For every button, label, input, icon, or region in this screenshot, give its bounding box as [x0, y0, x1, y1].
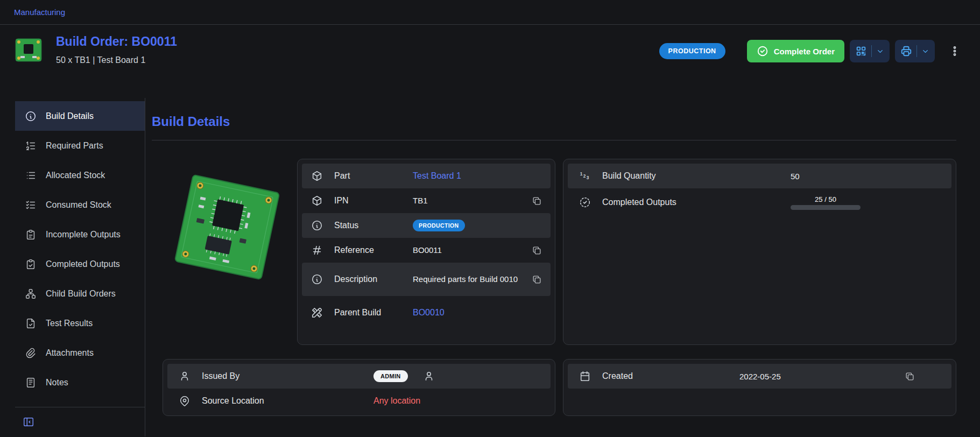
- print-actions-button[interactable]: [895, 40, 935, 62]
- svg-text:3: 3: [587, 175, 589, 180]
- tools-icon: [311, 306, 323, 319]
- sidebar-item-required-parts[interactable]: Required Parts: [15, 131, 145, 160]
- numbers-123-icon: 123: [579, 170, 591, 182]
- copy-button[interactable]: [903, 369, 917, 384]
- detail-label: Reference: [334, 245, 413, 256]
- sidebar-collapse-icon: [23, 416, 34, 428]
- source-location-row: Source Location Any location: [167, 389, 551, 413]
- info-circle-icon: [25, 110, 37, 122]
- sidebar-item-incomplete-outputs[interactable]: Incomplete Outputs: [15, 220, 145, 249]
- sidebar-collapse-button[interactable]: [22, 415, 36, 429]
- circle-check-icon: [757, 45, 769, 57]
- page-title: Build Order: BO0011: [56, 34, 177, 49]
- sidebar-item-label: Attachments: [46, 348, 94, 358]
- breadcrumb: Manufacturing: [0, 0, 980, 25]
- sidebar-item-attachments[interactable]: Attachments: [15, 338, 145, 368]
- package-icon: [311, 170, 323, 182]
- info-circle-icon: [311, 273, 323, 286]
- sidebar-item-build-details[interactable]: Build Details: [15, 101, 145, 131]
- sidebar-item-label: Allocated Stock: [46, 171, 105, 180]
- copy-button[interactable]: [530, 272, 544, 287]
- copy-button[interactable]: [530, 243, 544, 258]
- sidebar-footer: [15, 407, 145, 429]
- sidebar-item-label: Consumed Stock: [46, 200, 111, 210]
- copy-icon: [905, 371, 915, 382]
- sidebar-item-completed-outputs[interactable]: Completed Outputs: [15, 249, 145, 279]
- detail-label: Description: [334, 274, 413, 285]
- sidebar-item-label: Incomplete Outputs: [46, 230, 121, 239]
- notes-icon: [25, 377, 37, 389]
- detail-row-description: Description Required parts for Build 001…: [302, 263, 551, 296]
- complete-order-button[interactable]: Complete Order: [747, 40, 844, 62]
- build-details-card: Part Test Board 1 IPN TB1: [297, 159, 555, 345]
- part-image[interactable]: [163, 159, 297, 345]
- detail-label: Status: [334, 220, 413, 231]
- completed-outputs-value: 25 / 50: [791, 195, 944, 210]
- issued-by-value: ADMIN: [373, 370, 543, 382]
- part-link[interactable]: Test Board 1: [413, 170, 523, 182]
- sidebar-item-label: Test Results: [46, 319, 93, 328]
- sidebar-item-child-build-orders[interactable]: Child Build Orders: [15, 279, 145, 308]
- created-label: Created: [602, 371, 739, 381]
- content-left-column: Part Test Board 1 IPN TB1: [163, 159, 555, 416]
- chevron-down-icon: [921, 47, 929, 55]
- hash-icon: [311, 244, 323, 257]
- copy-icon: [532, 245, 542, 256]
- page-subtitle: 50 x TB1 | Test Board 1: [56, 55, 177, 65]
- list-icon: [25, 170, 37, 181]
- copy-icon: [532, 274, 542, 285]
- list-check-icon: [25, 199, 37, 211]
- user-icon: [178, 370, 191, 383]
- chevron-down-icon: [876, 47, 884, 55]
- sidebar-item-label: Required Parts: [46, 141, 103, 151]
- page-body: Build Details Required Parts Allocated S…: [0, 98, 980, 436]
- section-heading: Build Details: [152, 114, 956, 129]
- ipn-value: TB1: [413, 195, 523, 206]
- issued-card: Issued By ADMIN Source Location Any loca…: [163, 359, 555, 416]
- main-panel: Build Details: [145, 98, 980, 436]
- completed-outputs-progress: 25 / 50: [791, 195, 861, 210]
- overflow-menu-button[interactable]: [946, 40, 964, 62]
- sidebar-item-allocated-stock[interactable]: Allocated Stock: [15, 160, 145, 190]
- description-value: Required parts for Build 0010: [413, 274, 523, 285]
- file-check-icon: [25, 318, 37, 329]
- sidebar-item-label: Notes: [46, 378, 68, 387]
- sidebar-item-test-results[interactable]: Test Results: [15, 308, 145, 338]
- sidebar-item-consumed-stock[interactable]: Consumed Stock: [15, 190, 145, 220]
- paperclip-icon: [25, 347, 37, 359]
- source-location-label: Source Location: [202, 396, 373, 406]
- issued-by-label: Issued By: [202, 371, 373, 381]
- admin-badge: ADMIN: [373, 370, 408, 382]
- parent-build-link[interactable]: BO0010: [413, 307, 523, 319]
- created-value-region: 2022-05-25: [739, 369, 944, 384]
- build-quantity-value: 50: [791, 172, 944, 181]
- breadcrumb-link-manufacturing[interactable]: Manufacturing: [14, 8, 65, 17]
- build-quantity-row: 123 Build Quantity 50: [568, 164, 951, 188]
- barcode-actions-button[interactable]: [850, 40, 890, 62]
- sidebar-item-label: Child Build Orders: [46, 289, 116, 299]
- detail-row-ipn: IPN TB1: [302, 188, 551, 213]
- calendar-icon: [579, 370, 591, 383]
- completed-outputs-row: Completed Outputs 25 / 50: [568, 188, 951, 216]
- page-header: Build Order: BO0011 50 x TB1 | Test Boar…: [0, 25, 980, 98]
- copy-button[interactable]: [530, 194, 544, 208]
- pcb-image: [163, 160, 292, 294]
- created-card: Created 2022-05-25: [563, 359, 956, 416]
- sidebar: Build Details Required Parts Allocated S…: [0, 98, 145, 436]
- status-value: PRODUCTION: [413, 220, 523, 231]
- pcb-thumbnail-image: [14, 36, 43, 65]
- detail-row-reference: Reference BO0011: [302, 238, 551, 263]
- svg-text:2: 2: [583, 174, 586, 179]
- created-date: 2022-05-25: [739, 372, 781, 381]
- button-divider: [916, 45, 917, 57]
- created-row: Created 2022-05-25: [568, 364, 951, 389]
- detail-row-status: Status PRODUCTION: [302, 213, 551, 238]
- dots-vertical-icon: [949, 45, 961, 57]
- sidebar-item-notes[interactable]: Notes: [15, 368, 145, 397]
- user-avatar-icon: [423, 370, 435, 382]
- production-status-badge: PRODUCTION: [659, 43, 725, 59]
- reference-value: BO0011: [413, 245, 523, 256]
- build-thumbnail[interactable]: [14, 36, 43, 65]
- section-divider: [152, 140, 956, 140]
- details-top-row: Part Test Board 1 IPN TB1: [163, 159, 555, 345]
